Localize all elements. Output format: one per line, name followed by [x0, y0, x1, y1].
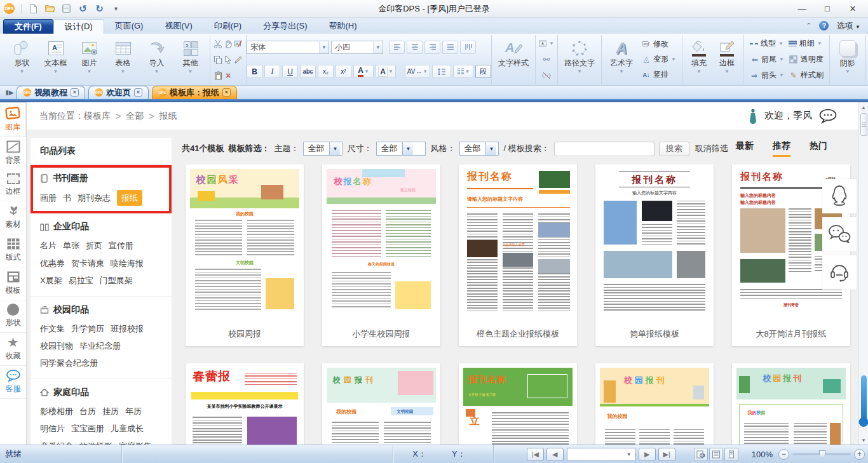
- path-text-button[interactable]: 路径文字▼: [561, 36, 598, 83]
- prev-page-button[interactable]: ◀: [546, 448, 564, 461]
- redo-button[interactable]: ↻: [93, 3, 105, 15]
- size-select[interactable]: 全部▼: [376, 142, 426, 156]
- menu-share-export[interactable]: 分享导出(S): [252, 18, 318, 34]
- message-bubble-icon[interactable]: [818, 109, 837, 124]
- template-preview[interactable]: 校园报刊我的校园: [595, 363, 714, 445]
- zoom-slider[interactable]: [792, 453, 851, 455]
- menu-view[interactable]: 视图(V): [154, 18, 203, 34]
- panel-expander-icon[interactable]: ▮▶: [3, 86, 17, 99]
- align-right-button[interactable]: [424, 41, 440, 54]
- product-link[interactable]: 贺卡请柬: [71, 256, 104, 271]
- template-card[interactable]: 报刊名称请输入您的标题文字内容此处请输入标题橙色主题企业报纸模板: [459, 164, 577, 346]
- zoom-page-view-icon[interactable]: 100: [694, 448, 708, 461]
- zoom-out-button[interactable]: −: [778, 449, 789, 460]
- product-link[interactable]: 同学聚会纪念册: [40, 356, 98, 370]
- zoom-slider-thumb[interactable]: [819, 450, 825, 458]
- style-select[interactable]: 全部▼: [459, 142, 499, 156]
- product-link[interactable]: 期刊杂志: [78, 191, 111, 205]
- close-button[interactable]: ×: [841, 3, 864, 15]
- hand-tool-icon[interactable]: [224, 39, 233, 48]
- insert-textbox-button[interactable]: A 文本框▼: [39, 36, 72, 83]
- align-center-button[interactable]: [407, 41, 423, 54]
- arrow-tail-button[interactable]: ⇐箭尾▼: [747, 52, 787, 67]
- sidebar-item-shape[interactable]: 形状: [0, 300, 26, 333]
- sidebar-item-layout[interactable]: 版式: [0, 234, 26, 267]
- template-card[interactable]: 校园报刊我的校园: [732, 363, 850, 445]
- search-button[interactable]: 搜索: [659, 142, 689, 156]
- import-button[interactable]: 导入▼: [140, 36, 173, 83]
- product-link[interactable]: 书: [63, 191, 71, 205]
- vertical-layout-button[interactable]: A↓竖排: [639, 67, 679, 82]
- sidebar-item-template[interactable]: 模板: [0, 267, 26, 300]
- tab-close-icon[interactable]: ×: [134, 88, 142, 97]
- breadcrumb-item-newspaper[interactable]: 报纸: [159, 111, 177, 122]
- template-card[interactable]: 报刊名称全开报 主编 第二期立: [459, 363, 577, 445]
- paragraph-button[interactable]: 段: [475, 65, 491, 78]
- options-button[interactable]: 选项 ▼: [836, 20, 860, 32]
- product-link[interactable]: 家庭影集: [119, 439, 152, 445]
- product-link[interactable]: 报纸: [117, 190, 142, 206]
- template-preview[interactable]: 报刊名称输入您的标题文字内容: [595, 164, 714, 322]
- product-link[interactable]: 画册: [40, 191, 57, 205]
- product-link[interactable]: 年历: [125, 404, 142, 419]
- save-button[interactable]: [60, 3, 72, 15]
- continuous-view-icon[interactable]: [709, 448, 723, 461]
- template-preview[interactable]: 校报名称春之校园春天的好闻味道: [322, 164, 440, 322]
- product-link[interactable]: 喷绘海报: [111, 256, 144, 271]
- line-spacing-button[interactable]: [432, 65, 451, 78]
- fill-button[interactable]: 填充▼: [686, 36, 712, 83]
- sort-newest[interactable]: 最新: [736, 140, 754, 157]
- menu-help[interactable]: 帮助(H): [318, 18, 367, 34]
- product-link[interactable]: 明信片: [40, 421, 65, 436]
- product-link[interactable]: 门型展架: [100, 273, 133, 288]
- wechat-contact-icon[interactable]: [822, 217, 857, 252]
- sort-recommended[interactable]: 推荐: [773, 140, 790, 157]
- product-link[interactable]: 名片: [40, 238, 57, 253]
- scroll-down-icon[interactable]: ▼: [861, 435, 866, 445]
- scroll-indicator[interactable]: [861, 375, 867, 422]
- menu-design[interactable]: 设计(D): [53, 19, 104, 34]
- breadcrumb-item-library[interactable]: 模板库: [84, 111, 111, 122]
- char-spacing-button[interactable]: AV↔▼: [405, 65, 430, 78]
- bold-button[interactable]: B: [247, 65, 262, 78]
- menu-file[interactable]: 文件(F): [3, 19, 53, 34]
- new-document-button[interactable]: [27, 3, 39, 15]
- copy-icon[interactable]: [214, 55, 222, 64]
- subscript-button[interactable]: x₂: [318, 65, 334, 78]
- template-card[interactable]: 校报名称春之校园春天的好闻味道小学生校园周报: [322, 164, 440, 346]
- vertical-text-button[interactable]: [460, 41, 476, 54]
- undo-button[interactable]: ↺: [77, 3, 89, 15]
- menu-print[interactable]: 印刷(P): [203, 18, 252, 34]
- zoom-in-button[interactable]: +: [854, 449, 865, 460]
- sidebar-item-material[interactable]: 素材: [0, 201, 26, 234]
- align-left-button[interactable]: [389, 41, 405, 54]
- tab-close-icon[interactable]: ×: [71, 88, 79, 97]
- page-select[interactable]: ▼: [567, 448, 635, 461]
- template-preview[interactable]: 春蕾报某某市胜利小学实验班教师公开课展示: [186, 363, 304, 445]
- open-file-button[interactable]: [44, 3, 56, 15]
- product-link[interactable]: 班报校报: [111, 321, 144, 336]
- product-link[interactable]: 台历: [79, 404, 96, 419]
- italic-button[interactable]: I: [264, 65, 280, 78]
- columns-button[interactable]: ▼: [453, 65, 473, 78]
- search-input[interactable]: [554, 142, 654, 156]
- strikethrough-button[interactable]: abc: [300, 65, 316, 78]
- insert-table-button[interactable]: 表格▼: [107, 36, 139, 83]
- cancel-filter-button[interactable]: 取消筛选: [695, 143, 728, 154]
- highlight-color-button[interactable]: A▼: [376, 65, 396, 78]
- cut-icon[interactable]: [214, 39, 222, 48]
- product-link[interactable]: 易拉宝: [69, 273, 93, 288]
- scrollbar-thumb[interactable]: [860, 113, 867, 136]
- sort-hot[interactable]: 热门: [810, 140, 827, 157]
- template-preview[interactable]: 校园报刊我的校园: [732, 363, 850, 445]
- first-page-button[interactable]: |◀: [527, 448, 544, 461]
- doc-tab-video-tutorial[interactable]: DPS 视频教程 ×: [17, 86, 85, 99]
- product-link[interactable]: 挂历: [102, 404, 119, 419]
- template-card[interactable]: 春蕾报某某市胜利小学实验班教师公开课展示: [186, 363, 304, 445]
- template-card[interactable]: 校园报刊我的校园: [595, 363, 714, 445]
- product-link[interactable]: 宣传册: [109, 238, 133, 253]
- font-size-select[interactable]: 小四▼: [331, 41, 383, 54]
- font-family-select[interactable]: 宋体▼: [247, 41, 329, 54]
- template-preview[interactable]: 报刊名称请输入您的标题文字内容此处请输入标题: [459, 164, 577, 322]
- minimize-button[interactable]: —: [790, 3, 813, 15]
